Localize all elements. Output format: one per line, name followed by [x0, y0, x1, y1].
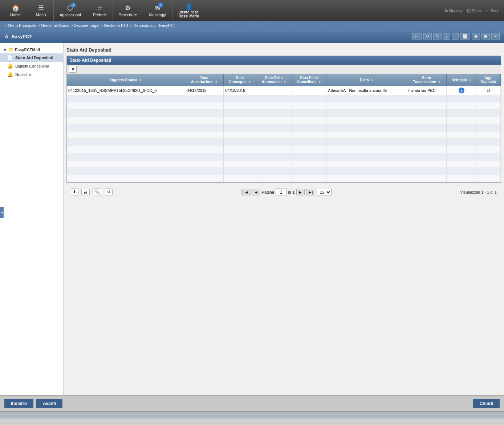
nav-apps[interactable]: ⬡1 Applicazioni: [54, 0, 87, 21]
print-button[interactable]: 🖨: [81, 189, 90, 195]
cell-data-esito-auto: [256, 86, 292, 95]
cell-oggetto: 04122015_1631_RSSMRA15L25G482G_SICC_0: [67, 86, 185, 95]
pagination-center: |◄ ◄ Pagina di 1 ► ►| 15 25 50: [241, 189, 332, 195]
nav-messages[interactable]: ✉1 Messaggi: [143, 0, 172, 21]
panel-close-button[interactable]: ✕: [491, 33, 500, 40]
table-row: [67, 131, 501, 139]
user-section[interactable]: 👤 utente_test Rossi Mario: [172, 0, 205, 21]
nav-home[interactable]: 🏠 Home: [3, 0, 28, 21]
cell-dettaglio[interactable]: i: [446, 86, 476, 95]
page-last-button[interactable]: ►|: [306, 189, 316, 195]
page-prev-button[interactable]: ◄: [252, 189, 260, 195]
footer-left: Indietro Avanti: [4, 399, 62, 408]
sidebar-item-notifiche-label: Notifiche: [15, 72, 31, 77]
messages-badge: 1: [158, 3, 163, 8]
rows-per-page-select[interactable]: 15 25 50: [317, 189, 332, 195]
panel-controls: ⊳- ↺ ✎ ↓ ↑ ⬜ ⊞ ⊟ ✕: [412, 33, 500, 40]
left-arrow-tab[interactable]: ◄: [0, 207, 4, 218]
vista-icon: ▢: [467, 8, 471, 13]
nav-menu[interactable]: ☰ Menù: [28, 0, 54, 21]
chiudi-button[interactable]: Chiudi: [473, 399, 500, 408]
cell-stato-trasmissione: Inviato via PEC: [407, 86, 446, 95]
status-bar: [0, 411, 504, 418]
panel-pin-button[interactable]: ⊳-: [412, 33, 422, 40]
page-input[interactable]: [276, 189, 286, 195]
col-header-dettaglio[interactable]: Dettaglio ⬍: [446, 74, 476, 86]
sort-icon-data-acc: ⬍: [215, 81, 218, 84]
breadcrumb: > Menù Principale > Gestione Studio > Se…: [0, 21, 504, 30]
col-header-agg-deposito[interactable]: Agg.Deposito: [476, 74, 501, 86]
table-row: 04122015_1631_RSSMRA15L25G482G_SICC_0 04…: [67, 86, 501, 95]
indietro-button[interactable]: Indietro: [4, 399, 33, 408]
pagination-bar: ⬆ 🖨 🔍 ↺ |◄ ◄ Pagina di 1 ► ►| 15 25 50: [66, 186, 501, 198]
top-navigation: 🏠 Home ☰ Menù ⬡1 Applicazioni ☆ Preferit…: [0, 0, 504, 21]
esci-button[interactable]: → Esci: [485, 8, 498, 13]
sidebar-item-stato-atti-label: Stato Atti Depositati: [15, 56, 53, 60]
table-row: [67, 124, 501, 131]
agg-deposito-refresh-icon[interactable]: ↺: [485, 88, 491, 93]
nav-procedure[interactable]: ⚙ Procedure: [113, 0, 143, 21]
panel-star-icon[interactable]: ☆: [4, 34, 9, 39]
sort-icon-stato: ⬍: [438, 81, 440, 84]
section-title: Stato Atti Depositati: [66, 47, 501, 53]
dettaglio-info-icon[interactable]: i: [459, 88, 464, 93]
sidebar-item-notifiche[interactable]: 🔔 Notifiche: [0, 70, 63, 78]
panel-header: ☆ EasyPCT ⊳- ↺ ✎ ↓ ↑ ⬜ ⊞ ⊟ ✕: [0, 30, 504, 43]
pagination-info: Visualizzati 1 - 1 di 1: [460, 190, 497, 194]
procedure-icon: ⚙: [125, 4, 131, 12]
vista-label: Vista: [472, 8, 481, 13]
vista-button[interactable]: ▢ Vista: [467, 8, 481, 13]
table-toolbar: ✕: [67, 65, 501, 74]
sidebar-item-stato-atti[interactable]: 📄 Stato Atti Depositati: [0, 53, 63, 62]
pagination-left: ⬆ 🖨 🔍 ↺: [71, 189, 113, 195]
panel-down-button[interactable]: ↓: [443, 33, 450, 40]
panel-title-text: EasyPCT: [12, 34, 32, 39]
sidebar-item-biglietti[interactable]: 🔔 Biglietti Cancelleria: [0, 62, 63, 70]
sort-icon-esito: ⬍: [371, 79, 373, 82]
export-button[interactable]: ⬆: [71, 189, 78, 195]
panel-refresh-button[interactable]: ↺: [423, 33, 432, 40]
sidebar-group-easypctmail[interactable]: ▼ 📁 EasyPCTMail: [0, 46, 63, 53]
sidebar-item-biglietti-label: Biglietti Cancelleria: [15, 64, 49, 68]
stato-atti-icon: 📄: [7, 55, 13, 60]
data-table: Oggetto Pratica ⬍ DataAccettazione ⬍ Dat…: [67, 74, 501, 182]
footer-bar: Indietro Avanti Chiudi: [0, 395, 504, 411]
table-header-title: Stato Atti Depositati: [70, 58, 111, 63]
nav-menu-label: Menù: [36, 13, 46, 17]
duplica-icon: ⧉: [445, 8, 448, 13]
table-row: [67, 146, 501, 153]
search-button[interactable]: 🔍: [93, 189, 102, 195]
panel-up-button[interactable]: ↑: [452, 33, 459, 40]
table-row: [67, 95, 501, 102]
cell-agg-deposito[interactable]: ↺: [476, 86, 501, 95]
col-header-oggetto[interactable]: Oggetto Pratica ⬍: [67, 74, 185, 86]
col-header-data-accettazione[interactable]: DataAccettazione ⬍: [185, 74, 224, 86]
home-icon: 🏠: [12, 4, 20, 12]
esci-icon: →: [485, 8, 489, 13]
avanti-button[interactable]: Avanti: [36, 399, 62, 408]
table-container: Stato Atti Depositati ✕ Oggetto Pratica …: [66, 56, 501, 183]
page-total: 1: [293, 190, 295, 194]
panel-layout3-button[interactable]: ⊟: [481, 33, 490, 40]
col-header-data-esito-canc[interactable]: Data EsitoCancelleria ⬍: [292, 74, 326, 86]
page-di-label: di: [288, 190, 291, 194]
panel-edit-button[interactable]: ✎: [433, 33, 442, 40]
user-icon: 👤: [185, 3, 192, 10]
col-header-data-consegna[interactable]: DataConsegna ⬍: [224, 74, 256, 86]
col-header-esito[interactable]: Esito ⬍: [326, 74, 407, 86]
refresh-button[interactable]: ↺: [105, 189, 113, 195]
page-first-button[interactable]: |◄: [241, 189, 251, 195]
col-header-stato-trasmissione[interactable]: StatoTrasmissione ⬍: [407, 74, 446, 86]
nav-favorites[interactable]: ☆ Preferiti: [87, 0, 113, 21]
cell-esito: Attesa EA - Non risulta ancora l'E: [326, 86, 407, 95]
duplica-button[interactable]: ⧉ Duplica: [445, 8, 463, 13]
panel-layout2-button[interactable]: ⊞: [472, 33, 480, 40]
sort-icon-data-cons: ⬍: [248, 81, 251, 84]
page-next-button[interactable]: ►: [296, 189, 305, 195]
panel-layout1-button[interactable]: ⬜: [460, 33, 470, 40]
nav-apps-label: Applicazioni: [60, 13, 81, 17]
toolbar-close-button[interactable]: ✕: [69, 66, 77, 73]
content-area: Stato Atti Depositati Stato Atti Deposit…: [64, 43, 504, 395]
user-name: utente_test Rossi Mario: [178, 10, 199, 18]
col-header-data-esito-auto[interactable]: Data EsitoAutomatico ⬍: [256, 74, 292, 86]
